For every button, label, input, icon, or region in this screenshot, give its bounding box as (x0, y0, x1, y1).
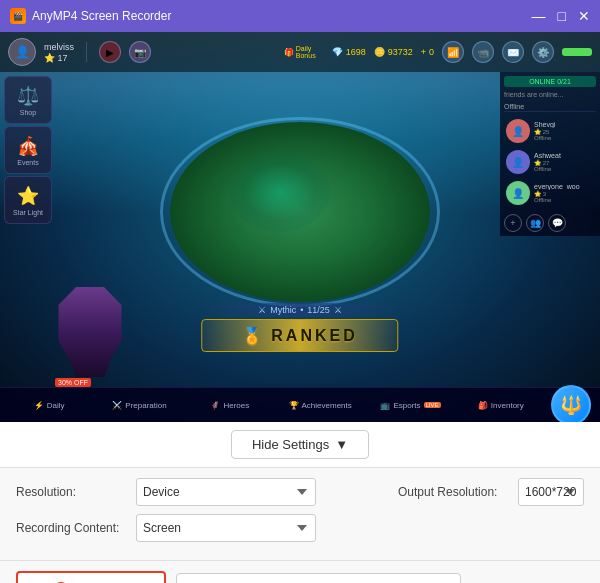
nav-inventory: 🎒Inventory (456, 401, 546, 410)
game-background: 👤 melviss ⭐ 17 ▶ 📷 🎁 DailyBonus 💎 1698 🪙 (0, 32, 600, 422)
hide-settings-chevron: ▼ (335, 437, 348, 452)
rank-display: ⚔ Mythic • 11/25 ⚔ 🏅 RANKED (201, 303, 398, 352)
resolution-select[interactable]: Device (136, 478, 316, 506)
friend-status-3: Offline (534, 197, 594, 203)
settings-form: Resolution: Device Output Resolution: 16… (0, 468, 600, 560)
rank-banner: 🏅 RANKED (201, 319, 398, 352)
rank-label: ⚔ Mythic • 11/25 ⚔ (201, 303, 398, 317)
friend-avatar-1: 👤 (506, 119, 530, 143)
hud-mail-icon: ✉️ (502, 41, 524, 63)
recording-content-select[interactable]: Screen (136, 514, 316, 542)
title-bar: 🎬 AnyMP4 Screen Recorder — □ ✕ (0, 0, 600, 32)
friend-item-2: 👤 Ashweat ⭐ 27 Offline (504, 148, 596, 176)
friend-stars-1: ⭐ 25 (534, 128, 594, 135)
nav-heroes: 🦸Heroes (185, 401, 275, 410)
game-hud-top: 👤 melviss ⭐ 17 ▶ 📷 🎁 DailyBonus 💎 1698 🪙 (0, 32, 600, 72)
maximize-button[interactable]: □ (558, 9, 566, 23)
player-avatar: 👤 (8, 38, 36, 66)
friend-status-1: Offline (534, 135, 594, 141)
friend-avatar-3: 👤 (506, 181, 530, 205)
hide-settings-label: Hide Settings (252, 437, 329, 452)
video-preview-area: 👤 melviss ⭐ 17 ▶ 📷 🎁 DailyBonus 💎 1698 🪙 (0, 32, 600, 422)
currency2-display: 🪙 93732 (374, 47, 413, 57)
friend-stars-2: ⭐ 27 (534, 159, 594, 166)
youtube-icon: ▶ (99, 41, 121, 63)
hud-wifi-icon: 📶 (442, 41, 464, 63)
action-bar: Record 📷 SnapShot Recording history (0, 560, 600, 583)
sidebar-events: 🎪 Events (4, 126, 52, 174)
app-icon: 🎬 (10, 8, 26, 24)
online-status: ONLINE 0/21 (504, 76, 596, 87)
game-left-sidebar: ⚖️ Shop 🎪 Events ⭐ Star Light (0, 72, 55, 228)
instagram-icon: 📷 (129, 41, 151, 63)
nav-daily: ⚡Daily (4, 401, 94, 410)
sidebar-starlight: ⭐ Star Light (4, 176, 52, 224)
output-resolution-section: Output Resolution: 1600*720 (398, 478, 584, 506)
title-bar-controls: — □ ✕ (532, 9, 590, 23)
player-level: ⭐ 17 (44, 53, 74, 63)
friend-name-2: Ashweat (534, 152, 594, 159)
resolution-row: Resolution: Device Output Resolution: 16… (16, 478, 584, 506)
hide-settings-bar: Hide Settings ▼ (0, 422, 600, 468)
character-silhouette (55, 287, 125, 377)
character-display: 30% OFF (55, 287, 135, 387)
player-name: melviss (44, 42, 74, 52)
output-resolution-label: Output Resolution: (398, 485, 508, 499)
recording-content-label: Recording Content: (16, 521, 126, 535)
close-button[interactable]: ✕ (578, 9, 590, 23)
game-bottom-nav: ⚡Daily ⚔️Preparation 🦸Heroes 🏆Achievemen… (0, 387, 600, 422)
hud-video-icon: 📹 (472, 41, 494, 63)
output-resolution-select[interactable]: 1600*720 (518, 478, 584, 506)
friend-item-3: 👤 everyone_woo ⭐ 3 Offline (504, 179, 596, 207)
hide-settings-button[interactable]: Hide Settings ▼ (231, 430, 369, 459)
title-bar-left: 🎬 AnyMP4 Screen Recorder (10, 8, 171, 24)
game-map-island (150, 92, 450, 332)
discount-badge: 30% OFF (55, 378, 91, 387)
friend-name-1: Shevgi (534, 121, 594, 128)
nav-esports: 📺 Esports LIVE (365, 401, 455, 410)
snapshot-button[interactable]: 📷 SnapShot (176, 573, 461, 583)
friend-name-3: everyone_woo (534, 183, 594, 190)
currency1-display: 💎 1698 (332, 47, 366, 57)
resolution-label: Resolution: (16, 485, 126, 499)
currency3-display: + 0 (421, 47, 434, 57)
sidebar-shop: ⚖️ Shop (4, 76, 52, 124)
friend-stars-3: ⭐ 3 (534, 190, 594, 197)
friend-avatar-2: 👤 (506, 150, 530, 174)
app-title: AnyMP4 Screen Recorder (32, 9, 171, 23)
recording-content-row: Recording Content: Screen (16, 514, 584, 542)
minimize-button[interactable]: — (532, 9, 546, 23)
hud-settings-icon: ⚙️ (532, 41, 554, 63)
game-right-panel: ONLINE 0/21 friends are online... Offlin… (500, 72, 600, 236)
nav-preparation: ⚔️Preparation (94, 401, 184, 410)
record-button[interactable]: Record (16, 571, 166, 583)
friend-item-1: 👤 Shevgi ⭐ 25 Offline (504, 117, 596, 145)
friend-status-2: Offline (534, 166, 594, 172)
nav-achievements: 🏆Achievements (275, 401, 365, 410)
